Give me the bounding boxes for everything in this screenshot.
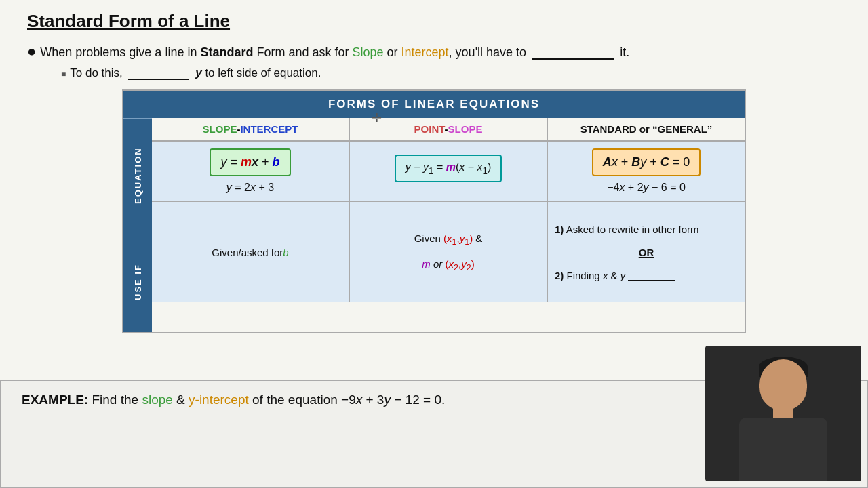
col-header-slope-intercept: SLOPE-INTERCEPT: [152, 118, 350, 140]
pointslope-header-text: SLOPE: [448, 123, 483, 135]
point-header-text: POINT: [414, 123, 445, 135]
use-if-3-point2: 2): [555, 270, 564, 281]
bullet-2: ■ To do this, y to left side of equation…: [61, 66, 841, 80]
bullet-1-text: When problems give a line in Standard Fo…: [40, 45, 629, 60]
xy1-vars: (x1,y1): [443, 232, 473, 244]
equations-table: FORMS OF LINEAR EQUATIONS EQUATION USE I…: [122, 89, 746, 333]
example-yintercept-word: y-intercept: [189, 392, 249, 407]
cursor-icon: ✛: [372, 110, 382, 125]
blank-2: [128, 79, 189, 80]
point-slope-box: y − y1 = m(x − x1): [395, 155, 502, 182]
use-if-2-content: Given (x1,y1) & m or (x2,y2): [414, 232, 483, 272]
use-if-row: Given/asked for b Given (x1,y1) & m or (…: [152, 202, 745, 302]
use-if-cell-3: 1) Asked to rewrite in other form OR 2) …: [548, 202, 745, 302]
intercept-header-text: INTERCEPT: [240, 123, 298, 135]
equation-row: y = mx + b y = 2x + 3 y − y1 = m(x − x1): [152, 142, 745, 202]
standard-form-box: Ax + By + C = 0: [592, 148, 701, 176]
row-labels-col: EQUATION USE IF: [123, 118, 152, 332]
data-cols: SLOPE-INTERCEPT POINT-SLOPE STANDARD or …: [152, 118, 745, 332]
example-slope-word: slope: [142, 392, 172, 407]
blank-1: [532, 58, 614, 60]
blank-3: [628, 280, 675, 281]
b-var-useif: b: [283, 247, 288, 258]
slope-intercept-eq-cell: y = mx + b y = 2x + 3: [152, 142, 350, 201]
use-if-cell-1: Given/asked for b: [152, 202, 350, 302]
equation-row-label: EQUATION: [123, 118, 152, 232]
useif-row-label: USE IF: [123, 232, 152, 332]
page-title: Standard Form of a Line: [27, 11, 841, 32]
slope-word: Slope: [353, 45, 384, 59]
body: [739, 418, 827, 481]
m-var-useif: m: [422, 258, 431, 270]
intercept-word: Intercept: [401, 45, 449, 59]
person-silhouette: [715, 352, 851, 481]
bullet-dot-1: ●: [27, 44, 36, 59]
table-header: FORMS OF LINEAR EQUATIONS: [123, 91, 745, 118]
standard-eq-cell: Ax + By + C = 0 −4x + 2y − 6 = 0: [548, 142, 745, 201]
use-if-cell-2: Given (x1,y1) & m or (x2,y2): [350, 202, 548, 302]
table-body: EQUATION USE IF SLOPE-INTERCEPT POINT-SL…: [123, 118, 745, 332]
slope-intercept-example: y = 2x + 3: [226, 182, 274, 194]
square-bullet: ■: [61, 69, 66, 79]
head: [760, 359, 807, 410]
bullet-2-text: To do this, y to left side of equation.: [70, 66, 321, 80]
point-slope-eq-cell: y − y1 = m(x − x1): [350, 142, 548, 201]
example-label: EXAMPLE:: [22, 392, 88, 407]
xy2-vars: (x2,y2): [446, 258, 475, 270]
bold-standard: Standard: [200, 45, 253, 59]
col-headers-row: SLOPE-INTERCEPT POINT-SLOPE STANDARD or …: [152, 118, 745, 142]
col-header-standard: STANDARD or “GENERAL”: [548, 118, 745, 140]
standard-example: −4x + 2y − 6 = 0: [607, 182, 686, 194]
video-overlay: [705, 346, 861, 481]
main-content: Standard Form of a Line ● When problems …: [0, 0, 868, 333]
slope-intercept-box: y = mx + b: [210, 148, 290, 176]
use-if-3-content: 1) Asked to rewrite in other form OR 2) …: [555, 224, 738, 281]
use-if-3-point1: 1): [555, 224, 564, 235]
slope-header-text: SLOPE: [203, 123, 237, 135]
bullet-1: ● When problems give a line in Standard …: [27, 44, 841, 60]
or-label: OR: [555, 247, 738, 258]
